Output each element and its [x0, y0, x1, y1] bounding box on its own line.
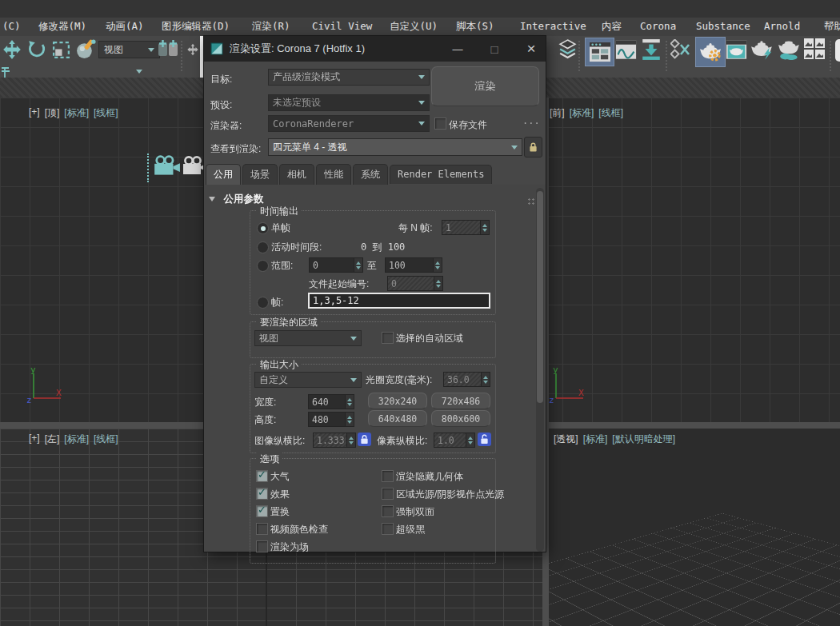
angle-snap-icon[interactable]	[186, 39, 199, 60]
preset-720x486-button[interactable]: 720x486	[431, 393, 490, 409]
every-n-spinner[interactable]: 1	[442, 220, 490, 235]
area-lights-as-points-checkbox[interactable]	[382, 488, 394, 500]
atmosphere-checkbox[interactable]	[256, 470, 268, 482]
menu-item-file[interactable]: (C)	[2, 20, 21, 32]
viewport-shading-mode[interactable]: [线框]	[94, 433, 118, 446]
viewport-lock-button[interactable]	[524, 137, 542, 157]
range-radio[interactable]	[257, 260, 269, 272]
viewport-front-label[interactable]: [前] [标准] [线框]	[550, 106, 623, 120]
layer-explorer-icon[interactable]	[558, 38, 578, 60]
spinner-buttons-icon[interactable]	[481, 373, 490, 386]
menu-item-content[interactable]: 内容	[602, 20, 622, 34]
viewport-shading-mode[interactable]: [线框]	[94, 106, 118, 120]
tab-camera[interactable]: 相机	[279, 164, 314, 185]
aperture-spinner[interactable]: 36.0	[443, 372, 490, 387]
menu-item-scripting[interactable]: 脚本(S)	[456, 20, 494, 34]
maximize-button[interactable]	[481, 36, 508, 62]
render-to-fields-checkbox[interactable]	[256, 540, 268, 552]
tab-common[interactable]: 公用	[206, 164, 241, 185]
height-spinner[interactable]: 480	[308, 412, 354, 427]
camera-object-teal[interactable]	[152, 155, 181, 177]
tab-performance[interactable]: 性能	[316, 164, 351, 185]
spinner-buttons-icon[interactable]	[433, 258, 442, 272]
viewport-view-name[interactable]: [顶]	[45, 106, 60, 120]
displacement-checkbox[interactable]	[256, 505, 268, 517]
range-from-spinner[interactable]: 0	[309, 257, 363, 273]
menu-item-graph-editors[interactable]: 图形编辑器(D)	[162, 20, 230, 34]
rendered-frame-window-icon[interactable]	[726, 39, 747, 60]
spinner-buttons-icon[interactable]	[345, 413, 354, 426]
schematic-view-icon[interactable]	[615, 39, 637, 60]
image-aspect-lock-button[interactable]	[358, 433, 371, 446]
viewport-perspective[interactable]: [透视] [标准] [默认明暗处理]	[549, 429, 840, 626]
save-file-browse-button[interactable]: ...	[522, 115, 540, 126]
frames-radio[interactable]	[257, 297, 269, 309]
state-sets-icon[interactable]	[670, 39, 693, 60]
renderer-dropdown[interactable]: CoronaRenderer	[268, 115, 430, 132]
area-mode-dropdown[interactable]: 视图	[254, 330, 362, 346]
menu-item-rendering[interactable]: 渲染(R)	[252, 20, 290, 34]
spinner-buttons-icon[interactable]	[466, 433, 474, 447]
pill-chevron-down-icon[interactable]	[136, 70, 142, 74]
target-dropdown[interactable]: 产品级渲染模式	[268, 69, 430, 86]
render-to-texture-icon[interactable]	[641, 38, 662, 61]
image-aspect-spinner[interactable]: 1.333	[313, 433, 356, 448]
menu-item-arnold[interactable]: Arnold	[764, 20, 800, 32]
single-frame-radio[interactable]	[257, 222, 269, 234]
render-button[interactable]: 渲染	[431, 66, 539, 106]
view-to-render-dropdown[interactable]: 四元菜单 4 - 透视	[268, 138, 522, 156]
viewport-shading-mode[interactable]: [默认明暗处理]	[612, 433, 675, 446]
viewport-menu-plus[interactable]: [+]	[29, 106, 40, 120]
preset-dropdown[interactable]: 未选定预设	[268, 94, 430, 111]
render-production-icon[interactable]	[750, 39, 774, 60]
menu-item-animation[interactable]: 动画(A)	[106, 20, 144, 34]
render-in-cloud-icon[interactable]	[778, 39, 802, 60]
menu-item-corona[interactable]: Corona	[640, 20, 676, 32]
output-size-mode-dropdown[interactable]: 自定义	[254, 372, 362, 388]
tab-render-elements[interactable]: Render Elements	[390, 165, 492, 184]
viewport-front[interactable]: [前] [标准] [线框] y X z	[549, 98, 840, 422]
spinner-buttons-icon[interactable]	[345, 395, 354, 409]
viewport-render-preset[interactable]: [标准]	[64, 106, 89, 120]
select-and-move-icon[interactable]	[2, 39, 22, 60]
menu-item-customize[interactable]: 自定义(U)	[390, 20, 438, 34]
auto-region-checkbox[interactable]	[382, 332, 394, 344]
super-black-checkbox[interactable]	[382, 523, 394, 535]
spinner-buttons-icon[interactable]	[354, 258, 362, 272]
minimize-button[interactable]	[444, 36, 471, 62]
viewport-menu-plus[interactable]: [+]	[29, 433, 40, 446]
viewport-left-label[interactable]: [+] [左] [标准] [线框]	[29, 433, 118, 446]
select-and-rotate-icon[interactable]	[26, 39, 47, 60]
curve-editor-icon[interactable]	[585, 38, 614, 66]
close-button[interactable]	[518, 36, 545, 62]
video-color-check-checkbox[interactable]	[256, 523, 268, 535]
tab-scene[interactable]: 场景	[242, 164, 278, 185]
panel-scrollbar[interactable]	[536, 188, 544, 552]
render-setup-icon[interactable]	[695, 37, 726, 67]
render-hidden-checkbox[interactable]	[382, 470, 394, 482]
menu-item-modifiers[interactable]: 修改器(M)	[38, 20, 86, 34]
file-start-spinner[interactable]: 0	[387, 276, 443, 291]
scrollbar-thumb[interactable]	[537, 191, 543, 403]
menu-item-help[interactable]: 帮助	[824, 20, 840, 34]
preset-800x600-button[interactable]: 800x600	[431, 410, 490, 427]
viewport-view-name[interactable]: [左]	[45, 433, 60, 446]
reference-coordinate-dropdown[interactable]: 视图	[98, 41, 160, 58]
frames-input[interactable]: 1,3,5-12	[308, 293, 490, 309]
material-editor-icon[interactable]	[75, 38, 97, 60]
effects-checkbox[interactable]	[256, 488, 268, 500]
viewport-view-name[interactable]: [透视]	[554, 433, 578, 446]
spinner-buttons-icon[interactable]	[346, 433, 355, 447]
dialog-titlebar[interactable]: 渲染设置: Corona 7 (Hotfix 1)	[204, 36, 546, 62]
pixel-aspect-spinner[interactable]: 1.0	[434, 433, 475, 448]
active-segment-radio[interactable]	[257, 241, 269, 253]
menu-item-substance[interactable]: Substance	[696, 20, 750, 32]
snaps-toggle-icon[interactable]	[157, 38, 181, 61]
menu-item-civil-view[interactable]: Civil View	[312, 20, 372, 32]
viewport-render-preset[interactable]: [标准]	[64, 433, 89, 446]
viewport-perspective-label[interactable]: [透视] [标准] [默认明暗处理]	[554, 433, 675, 446]
viewport-shading-mode[interactable]: [线框]	[598, 106, 623, 120]
viewport-render-preset[interactable]: [标准]	[583, 433, 608, 446]
viewport-view-name[interactable]: [前]	[550, 106, 565, 120]
width-spinner[interactable]: 640	[308, 394, 354, 409]
